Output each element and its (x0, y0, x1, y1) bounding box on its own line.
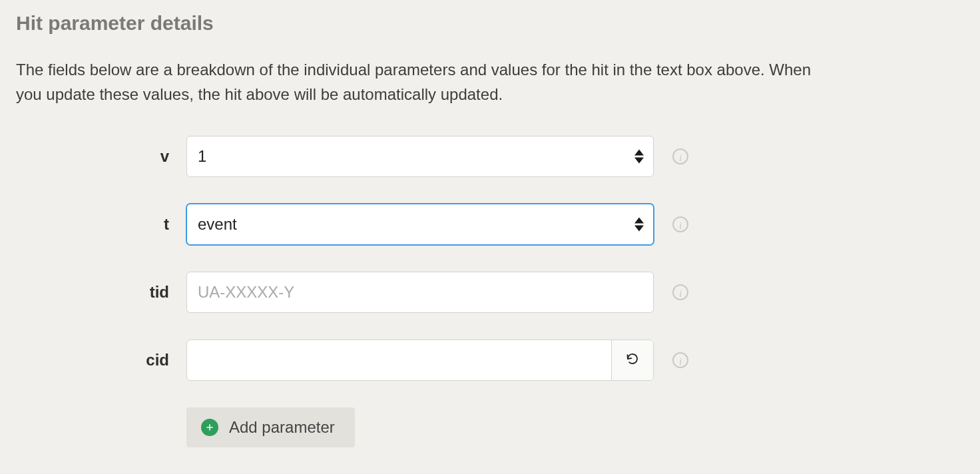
param-label-cid: cid (146, 351, 169, 369)
param-input-wrap-cid (186, 340, 654, 381)
param-input-tid[interactable] (186, 272, 654, 313)
refresh-icon (626, 352, 639, 368)
param-label-v: v (160, 147, 169, 166)
hit-parameter-details-section: Hit parameter details The fields below a… (0, 0, 980, 459)
info-icon[interactable]: i (672, 352, 688, 368)
param-select-t[interactable]: event (186, 204, 654, 245)
info-icon[interactable]: i (672, 148, 688, 164)
param-label-t: t (164, 215, 169, 234)
select-arrows-icon (634, 150, 644, 164)
parameter-form: v 1 i t event i tid i (16, 136, 964, 447)
param-input-cid[interactable] (187, 340, 611, 380)
param-select-t-value: event (198, 215, 237, 234)
param-label-tid: tid (150, 283, 169, 302)
section-title: Hit parameter details (16, 12, 964, 35)
param-row-cid: i (186, 340, 964, 381)
param-select-v[interactable]: 1 (186, 136, 654, 177)
add-parameter-label: Add parameter (229, 418, 335, 437)
param-row-t: event i (186, 204, 964, 245)
add-parameter-button[interactable]: Add parameter (186, 407, 355, 447)
plus-circle-icon (201, 419, 218, 436)
regenerate-cid-button[interactable] (611, 340, 653, 380)
param-select-v-value: 1 (198, 147, 206, 166)
info-icon[interactable]: i (672, 284, 688, 300)
section-description: The fields below are a breakdown of the … (16, 57, 815, 107)
param-row-v: 1 i (186, 136, 964, 177)
select-arrows-icon (634, 218, 644, 232)
param-row-tid: i (186, 272, 964, 313)
info-icon[interactable]: i (672, 216, 688, 232)
